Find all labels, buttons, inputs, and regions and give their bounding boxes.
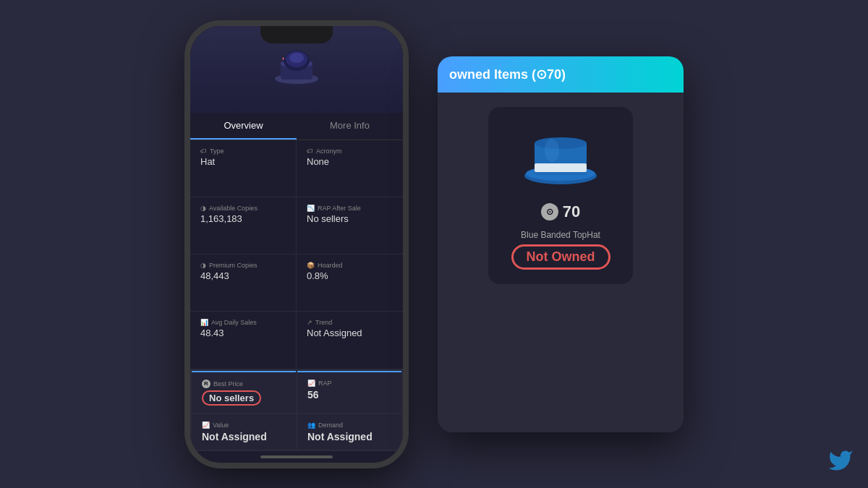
info-avg-daily-sales: 📊 Avg Daily Sales 48.43 <box>190 312 297 369</box>
info-available-copies: ◑ Available Copies 1,163,183 <box>190 197 297 254</box>
panel-header: owned Items (⊙70) <box>438 56 684 93</box>
info-acronym-label: 🏷 Acronym <box>307 147 393 155</box>
item-name: Blue Banded TopHat <box>521 230 600 240</box>
phone-notch <box>260 26 333 43</box>
info-trend-value: Not Assigned <box>307 328 393 338</box>
tag-icon: 🏷 <box>200 147 207 155</box>
info-hoarded-value: 0.8% <box>307 270 393 281</box>
info-rap-after-sale: 📉 RAP After Sale No sellers <box>297 197 403 254</box>
value-value: Not Assigned <box>202 431 286 442</box>
tag2-icon: 🏷 <box>307 147 313 155</box>
phone: Overview More Info 🏷 Type Hat 🏷 Acronym <box>184 20 409 468</box>
demand-icon: 👥 <box>307 421 315 429</box>
rap-card: 📈 RAP 56 <box>297 371 401 413</box>
info-trend: ↗ Trend Not Assigned <box>297 312 403 369</box>
home-bar <box>260 455 333 458</box>
svg-point-11 <box>289 53 304 63</box>
tab-overview[interactable]: Overview <box>190 113 297 140</box>
info-type: 🏷 Type Hat <box>190 140 297 197</box>
panel-dark-bg: ⊙ 70 Blue Banded TopHat Not Owned <box>438 93 684 432</box>
info-acronym-value: None <box>307 156 393 167</box>
demand-card: 👥 Demand Not Assigned <box>297 414 401 450</box>
robux-icon: ⊙ <box>541 203 558 221</box>
tab-more-info[interactable]: More Info <box>297 113 403 140</box>
not-owned-badge: Not Owned <box>511 244 610 270</box>
tabs-container: Overview More Info <box>190 113 403 140</box>
info-avg-label: 📊 Avg Daily Sales <box>200 319 286 326</box>
robux-price: ⊙ 70 <box>541 202 580 221</box>
value-icon: 📈 <box>202 421 210 429</box>
rap-icon: 📉 <box>307 205 315 212</box>
twitter-watermark <box>827 448 854 474</box>
trend-icon: ↗ <box>307 319 312 326</box>
info-type-label: 🏷 Type <box>200 147 286 155</box>
info-premium-copies: ◑ Premium Copies 48,443 <box>190 254 297 312</box>
price-section: R Best Price No sellers 📈 RAP 56 <box>190 369 403 414</box>
rap-chart-icon: 📈 <box>307 380 315 387</box>
copies-icon: ◑ <box>200 205 206 212</box>
hoard-icon: 📦 <box>307 262 315 269</box>
info-available-copies-label: ◑ Available Copies <box>200 205 286 212</box>
bottom-section: 📈 Value Not Assigned 👥 Demand Not Assign… <box>190 414 403 451</box>
info-hoarded: 📦 Hoarded 0.8% <box>297 254 403 312</box>
robux-icon-best: R <box>202 380 210 388</box>
best-price-value: No sellers <box>202 390 286 406</box>
right-panel: owned Items (⊙70) <box>438 56 684 432</box>
svg-point-18 <box>545 139 559 162</box>
rap-label: 📈 RAP <box>307 380 391 387</box>
info-rap-after-sale-value: No sellers <box>307 213 393 224</box>
no-sellers-highlight: No sellers <box>202 390 261 406</box>
robux-amount: 70 <box>563 202 580 221</box>
best-price-card: R Best Price No sellers <box>192 371 296 413</box>
info-rap-after-sale-label: 📉 RAP After Sale <box>307 205 393 212</box>
svg-point-17 <box>535 137 587 149</box>
premium-icon: ◑ <box>200 262 206 269</box>
demand-label: 👥 Demand <box>307 421 391 429</box>
phone-screen: Overview More Info 🏷 Type Hat 🏷 Acronym <box>190 26 403 463</box>
info-type-value: Hat <box>200 156 286 167</box>
item-card: ⊙ 70 Blue Banded TopHat Not Owned <box>488 107 633 284</box>
info-hoarded-label: 📦 Hoarded <box>307 262 393 269</box>
value-label: 📈 Value <box>202 421 286 429</box>
demand-value: Not Assigned <box>307 431 391 442</box>
party-hat-image <box>268 48 326 91</box>
bar-icon: 📊 <box>200 319 208 326</box>
svg-rect-16 <box>535 163 587 172</box>
blue-hat-image <box>517 121 604 194</box>
info-premium-copies-value: 48,443 <box>200 270 286 281</box>
info-trend-label: ↗ Trend <box>307 319 393 326</box>
info-premium-copies-label: ◑ Premium Copies <box>200 262 286 269</box>
panel-header-title: owned Items (⊙70) <box>449 67 566 82</box>
info-available-copies-value: 1,163,183 <box>200 213 286 224</box>
info-grid: 🏷 Type Hat 🏷 Acronym None ◑ Available <box>190 140 403 369</box>
rap-value: 56 <box>307 389 391 401</box>
scene: Overview More Info 🏷 Type Hat 🏷 Acronym <box>0 0 868 488</box>
value-card: 📈 Value Not Assigned <box>192 414 296 450</box>
info-acronym: 🏷 Acronym None <box>297 140 403 197</box>
info-avg-value: 48.43 <box>200 328 286 338</box>
best-price-label: R Best Price <box>202 380 286 388</box>
